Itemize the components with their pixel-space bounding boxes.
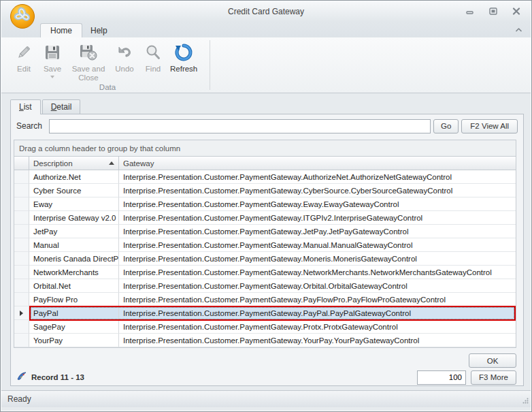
row-description[interactable]: NetworkMerchants [29,266,119,279]
table-row[interactable]: SagePay Interprise.Presentation.Customer… [14,320,516,334]
column-header-gateway[interactable]: Gateway [119,157,516,170]
ok-button[interactable]: OK [469,353,516,368]
tab-help[interactable]: Help [80,23,118,37]
row-selector-cell[interactable] [14,334,29,347]
window-title: Credit Card Gateway [1,7,531,16]
save-button[interactable]: Save [38,40,67,89]
table-row[interactable]: YourPay Interprise.Presentation.Customer… [14,334,516,347]
row-description[interactable]: Cyber Source [29,184,119,197]
ribbon-group-data: Edit Save Save and Close [5,37,210,93]
row-gateway[interactable]: Interprise.Presentation.Customer.Payment… [119,238,516,252]
resize-grip[interactable] [522,398,529,405]
row-description[interactable]: Manual [29,238,119,252]
ribbon-group-label: Data [5,83,210,91]
row-description[interactable]: PayPal [29,306,119,320]
row-description[interactable]: SagePay [29,320,119,334]
row-gateway[interactable]: Interprise.Presentation.Customer.Payment… [119,170,516,184]
go-button[interactable]: Go [433,119,459,133]
row-selector-cell[interactable] [14,211,29,225]
row-selector-cell[interactable] [14,279,29,293]
maximize-button[interactable] [487,6,499,16]
search-input[interactable] [49,119,431,133]
table-row[interactable]: Interprise Gateway v2.0 Interprise.Prese… [14,211,516,225]
table-row[interactable]: Manual Interprise.Presentation.Customer.… [14,238,516,252]
find-button[interactable]: Find [139,40,167,89]
refresh-icon [173,42,194,63]
column-header-description[interactable]: Description [29,157,119,170]
grid-body: Authorize.Net Interprise.Presentation.Cu… [14,170,516,347]
row-gateway[interactable]: Interprise.Presentation.Customer.Payment… [119,266,516,279]
row-description[interactable]: Orbital.Net [29,279,119,293]
find-label: Find [146,65,161,74]
row-description[interactable]: Interprise Gateway v2.0 [29,211,119,225]
row-gateway[interactable]: Interprise.Presentation.Customer.Payment… [119,225,516,238]
row-gateway[interactable]: Interprise.Presentation.Customer.Payment… [119,306,516,320]
row-selector-cell[interactable] [14,184,29,197]
row-selector-cell[interactable] [14,293,29,306]
current-row-indicator-icon [20,311,23,316]
view-all-button[interactable]: F2 View All [461,119,518,133]
minimize-button[interactable] [464,6,476,16]
row-selector-cell[interactable] [14,197,29,211]
row-selector-cell[interactable] [14,320,29,334]
ribbon-tab-strip: Home Help [1,22,531,37]
save-dropdown-icon[interactable] [50,76,54,78]
record-icon [16,371,27,384]
app-logo-icon[interactable] [10,3,35,29]
search-row: Search Go F2 View All [16,118,518,133]
undo-button[interactable]: Undo [110,40,139,89]
row-gateway[interactable]: Interprise.Presentation.Customer.Payment… [119,252,516,266]
table-row[interactable]: Moneris Canada DirectPost Interprise.Pre… [14,252,516,266]
table-row[interactable]: PayPal Interprise.Presentation.Customer.… [14,306,516,320]
more-button[interactable]: F3 More [471,370,516,385]
row-gateway[interactable]: Interprise.Presentation.Customer.Payment… [119,334,516,347]
footer-row: Record 11 - 13 F3 More [16,370,516,385]
row-description[interactable]: PayFlow Pro [29,293,119,306]
row-description[interactable]: Moneris Canada DirectPost [29,252,119,266]
refresh-button[interactable]: Refresh [167,40,200,89]
row-selector-cell[interactable] [14,170,29,184]
page-size-input[interactable] [417,370,466,385]
row-selector-cell[interactable] [14,225,29,238]
refresh-label: Refresh [170,65,197,74]
search-label: Search [16,121,42,131]
row-selector-cell[interactable] [14,306,29,320]
row-description[interactable]: JetPay [29,225,119,238]
floppy-icon [42,42,63,63]
tab-list[interactable]: List [10,99,41,114]
table-row[interactable]: Cyber Source Interprise.Presentation.Cus… [14,184,516,197]
collapse-ribbon-icon[interactable] [513,25,524,35]
tab-detail[interactable]: Detail [42,99,81,114]
row-gateway[interactable]: Interprise.Presentation.Customer.Payment… [119,211,516,225]
close-button[interactable] [510,6,522,16]
group-by-bar[interactable]: Drag a column header to group by that co… [14,140,516,157]
table-row[interactable]: JetPay Interprise.Presentation.Customer.… [14,225,516,238]
description-header-label: Description [33,159,73,168]
status-bar: Ready [1,390,531,407]
sort-ascending-icon [109,161,114,165]
row-selector-cell[interactable] [14,252,29,266]
title-bar: Credit Card Gateway [1,1,531,22]
table-row[interactable]: Authorize.Net Interprise.Presentation.Cu… [14,170,516,184]
save-and-close-button[interactable]: Save and Close [67,40,110,89]
row-selector-cell[interactable] [14,266,29,279]
row-selector-cell[interactable] [14,238,29,252]
table-row[interactable]: PayFlow Pro Interprise.Presentation.Cust… [14,293,516,306]
row-description[interactable]: Authorize.Net [29,170,119,184]
row-description[interactable]: YourPay [29,334,119,347]
row-gateway[interactable]: Interprise.Presentation.Customer.Payment… [119,293,516,306]
row-gateway[interactable]: Interprise.Presentation.Customer.Payment… [119,184,516,197]
ribbon: Edit Save Save and Close [1,37,531,93]
row-gateway[interactable]: Interprise.Presentation.Customer.Payment… [119,320,516,334]
row-description[interactable]: Eway [29,197,119,211]
row-gateway[interactable]: Interprise.Presentation.Customer.Payment… [119,197,516,211]
tab-home[interactable]: Home [40,23,82,37]
gateway-header-label: Gateway [123,159,154,168]
table-row[interactable]: Eway Interprise.Presentation.Customer.Pa… [14,197,516,211]
edit-button[interactable]: Edit [10,40,38,89]
row-gateway[interactable]: Interprise.Presentation.Customer.Payment… [119,279,516,293]
magnifier-icon [143,42,163,63]
table-row[interactable]: Orbital.Net Interprise.Presentation.Cust… [14,279,516,293]
grid-header: Description Gateway [14,157,516,170]
table-row[interactable]: NetworkMerchants Interprise.Presentation… [14,266,516,279]
